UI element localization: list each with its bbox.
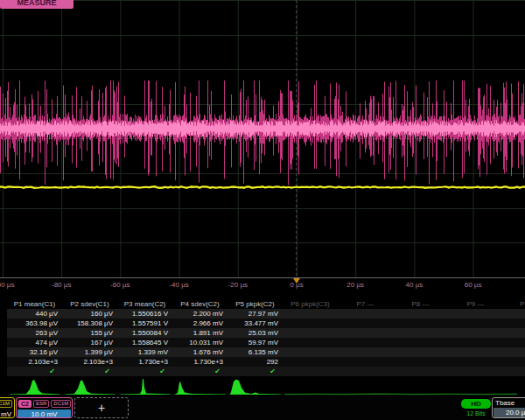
histicon-P4[interactable]: [172, 377, 228, 396]
param-value: [503, 309, 525, 318]
param-header[interactable]: P10 ---: [503, 299, 525, 309]
param-value: 292: [228, 357, 283, 367]
param-header[interactable]: P6 pkpk(C3): [283, 299, 338, 309]
top-left-menu-highlight[interactable]: MEASURE: [0, 0, 74, 9]
param-status-icon: [448, 367, 503, 376]
param-value: 25.03 mV: [228, 328, 283, 338]
timebase-value: 20.0 µs/div: [494, 408, 525, 417]
param-value: [448, 347, 503, 357]
param-value: 1.557591 V: [117, 318, 172, 328]
param-status-icon: ✔: [62, 367, 117, 376]
axis-tick-label: 40 µs: [406, 281, 424, 289]
param-value: 1.891 mV: [172, 328, 228, 338]
histicon-P3[interactable]: [117, 377, 172, 396]
param-value: 1.558645 V: [117, 338, 172, 347]
param-value: 1.550084 V: [117, 328, 172, 338]
channel-label-c2: C2: [18, 400, 32, 408]
param-value: [283, 357, 338, 367]
param-header[interactable]: P2 sdev(C1): [62, 299, 117, 309]
param-value: 1.730e+3: [117, 357, 172, 367]
histicon-P2[interactable]: [62, 377, 117, 396]
timebase-axis: -100 µs-80 µs-60 µs-40 µs-20 µs0 µs20 µs…: [0, 278, 525, 292]
param-status-icon: [283, 367, 338, 376]
axis-tick-label: 0 µs: [290, 281, 303, 289]
param-value: 1.550616 V: [117, 309, 172, 318]
param-header[interactable]: P9 ---: [448, 299, 503, 309]
param-status-icon: ✔: [117, 367, 172, 376]
param-value: 2.103e+3: [7, 357, 62, 367]
param-value: 6.135 mV: [228, 347, 283, 357]
param-status-icon: [393, 367, 448, 376]
param-value: [448, 328, 503, 338]
param-value: [338, 318, 393, 328]
param-value: 155 µV: [62, 328, 117, 338]
param-value: 1.730e+3: [172, 357, 228, 367]
vertical-scale-c2[interactable]: 10.0 mV: [18, 410, 71, 418]
param-status-icon: ✔: [228, 367, 283, 376]
param-value: 27.97 mV: [228, 309, 283, 318]
param-value: 440 µV: [7, 309, 62, 318]
param-value: [283, 309, 338, 318]
descriptor-bar: DC1M 10.0 mV C2 ESR DC1M 10.0 mV + HD 12…: [0, 396, 525, 420]
timebase-descriptor[interactable]: Tbase 20.0 µs/div: [492, 397, 525, 418]
param-value: 2.200 mV: [172, 309, 228, 318]
param-status-icon: ✔: [172, 367, 228, 376]
param-status-icon: [338, 367, 393, 376]
param-value: [338, 347, 393, 357]
param-value: 59.97 mV: [228, 338, 283, 347]
coupling-badge-c2: DC1M: [51, 400, 71, 408]
param-value: [503, 338, 525, 347]
param-value: [503, 318, 525, 328]
param-header[interactable]: P1 mean(C1): [7, 299, 62, 309]
param-value: 263 µV: [7, 328, 62, 338]
param-value: 10.031 mV: [172, 338, 228, 347]
param-value: [503, 328, 525, 338]
param-value: [283, 318, 338, 328]
vertical-scale-c1[interactable]: 10.0 mV: [0, 410, 13, 418]
param-value: [503, 357, 525, 367]
axis-tick-label: -20 µs: [228, 281, 248, 289]
param-value: 1.339 mV: [117, 347, 172, 357]
axis-tick-label: -60 µs: [110, 281, 130, 289]
param-header[interactable]: P7 ---: [338, 299, 393, 309]
waveform-display[interactable]: [0, 0, 525, 278]
histicon-baseline: [283, 377, 519, 396]
histicon-P1[interactable]: [7, 377, 62, 396]
channel-descriptor-c2[interactable]: C2 ESR DC1M 10.0 mV: [16, 397, 73, 418]
param-value: 33.477 mV: [228, 318, 283, 328]
param-value: 2.966 mV: [172, 318, 228, 328]
param-value: [338, 357, 393, 367]
param-status-icon: [503, 367, 525, 376]
param-value: 32.16 µV: [7, 347, 62, 357]
param-header[interactable]: P8 ---: [393, 299, 448, 309]
param-value: 474 µV: [7, 338, 62, 347]
param-value: [448, 309, 503, 318]
param-value: [393, 318, 448, 328]
param-value: [393, 347, 448, 357]
axis-tick-label: -100 µs: [0, 281, 14, 289]
param-status-icon: ✔: [7, 367, 62, 376]
param-value: 363.98 µV: [7, 318, 62, 328]
channel-descriptor-c1[interactable]: DC1M 10.0 mV: [0, 397, 15, 418]
measurement-table: P1 mean(C1)P2 sdev(C1)P3 mean(C2)P4 sdev…: [7, 299, 525, 376]
param-value: 158.308 µV: [62, 318, 117, 328]
param-value: [338, 328, 393, 338]
histicon-P5[interactable]: [228, 377, 283, 396]
param-value: 2.103e+3: [62, 357, 117, 367]
add-trace-button[interactable]: +: [74, 397, 129, 418]
esr-badge-c2: ESR: [33, 400, 49, 408]
timebase-label: Tbase: [493, 398, 525, 408]
param-value: [448, 338, 503, 347]
param-value: [283, 338, 338, 347]
hd-mode-badge: HD: [461, 399, 491, 409]
param-value: [338, 309, 393, 318]
param-value: 1.399 µV: [62, 347, 117, 357]
param-header[interactable]: P3 mean(C2): [117, 299, 172, 309]
param-value: [393, 309, 448, 318]
param-header[interactable]: P5 pkpk(C2): [228, 299, 283, 309]
param-value: [283, 328, 338, 338]
axis-tick-label: -80 µs: [52, 281, 71, 289]
param-header[interactable]: P4 sdev(C2): [172, 299, 228, 309]
param-value: [393, 328, 448, 338]
param-value: [393, 338, 448, 347]
